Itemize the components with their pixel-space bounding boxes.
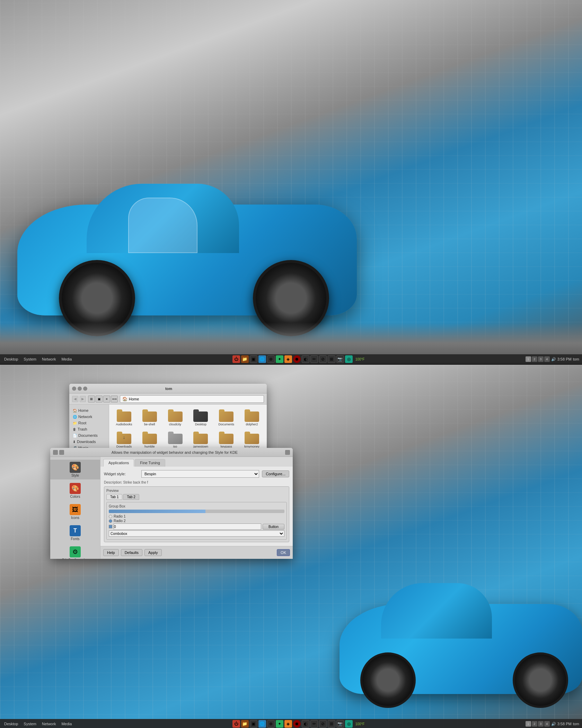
- taskbar-icon-app7-bottom[interactable]: ⊞: [328, 720, 335, 728]
- menu-desktop-top[interactable]: Desktop: [1, 357, 21, 361]
- taskbar-icon-camera[interactable]: 📷: [336, 355, 344, 363]
- fm-sidebar-root[interactable]: 📁 Root: [69, 420, 109, 426]
- taskbar-icon-app5[interactable]: ✏: [310, 355, 318, 363]
- taskbar-icon-app5-bottom[interactable]: ✏: [310, 720, 318, 728]
- kde-help-btn[interactable]: Help: [103, 549, 119, 556]
- folder-be-shell[interactable]: be-shell: [138, 408, 161, 427]
- kde-sidebar-icons[interactable]: 🖼 Icons: [50, 502, 100, 522]
- taskbar-icon-app3-bottom[interactable]: ◈: [284, 720, 292, 728]
- ws-3-top[interactable]: 3: [538, 356, 544, 362]
- fm-sidebar-home[interactable]: 🏠 Home: [69, 407, 109, 414]
- kde-sidebar-gtk[interactable]: ⚙ Gtk Configuration: [50, 544, 100, 559]
- kde-help-btn[interactable]: [285, 450, 290, 455]
- kde-max-btn[interactable]: [59, 450, 64, 455]
- menu-media-bottom[interactable]: Media: [59, 722, 74, 726]
- folder-documents[interactable]: Documents: [215, 408, 238, 427]
- fm-column-btn[interactable]: ⟺: [111, 396, 118, 402]
- kde-close-btn[interactable]: [53, 450, 58, 455]
- fm-back-btn[interactable]: ◀: [72, 396, 78, 402]
- taskbar-icon-app1-bottom[interactable]: ⊕: [267, 720, 275, 728]
- taskbar-icon-power-bottom[interactable]: ⏻: [232, 720, 240, 728]
- style-preview: Preview Tab 1 Tab 2 Group Box: [104, 486, 289, 542]
- taskbar-icon-app4-bottom[interactable]: ◐: [302, 720, 309, 728]
- preview-tab1[interactable]: Tab 1: [106, 494, 122, 500]
- sys-icons-bottom: 🔊: [551, 722, 556, 726]
- menu-network-bottom[interactable]: Network: [39, 722, 59, 726]
- configure-btn[interactable]: Configure...: [262, 470, 289, 477]
- ws-2-bottom[interactable]: 2: [532, 721, 537, 727]
- menu-system-bottom[interactable]: System: [21, 722, 39, 726]
- taskbar-icon-app1[interactable]: ⊕: [267, 355, 275, 363]
- root-icon: 📁: [73, 421, 77, 425]
- fm-forward-btn[interactable]: ▶: [80, 396, 86, 402]
- trash-icon: 🗑: [73, 427, 76, 431]
- fm-max-btn[interactable]: [83, 387, 87, 391]
- menu-desktop-bottom[interactable]: Desktop: [1, 722, 21, 726]
- fm-sidebar-documents[interactable]: 📄 Documents: [69, 432, 109, 439]
- taskbar-icon-app3[interactable]: ◈: [284, 355, 292, 363]
- taskbar-icon-app7[interactable]: ⊞: [328, 355, 335, 363]
- fm-close-btn[interactable]: [72, 387, 76, 391]
- fm-address-bar[interactable]: 🏠 Home: [120, 395, 264, 403]
- taskbar-icon-power[interactable]: ⏻: [232, 355, 240, 363]
- fm-detail-btn[interactable]: ≡: [103, 396, 110, 402]
- menu-network-top[interactable]: Network: [39, 357, 59, 361]
- preview-checkbox[interactable]: [109, 525, 112, 528]
- taskbar-icon-record[interactable]: ⏺: [293, 355, 301, 363]
- taskbar-icon-term[interactable]: ▣: [250, 355, 257, 363]
- folder-audiobooks[interactable]: Audiobooks: [113, 408, 135, 427]
- folder-desktop[interactable]: Desktop: [189, 408, 212, 427]
- preview-radio1[interactable]: Radio 1: [109, 514, 284, 518]
- taskbar-icon-files-bottom[interactable]: 📁: [241, 720, 249, 728]
- ws-4-bottom[interactable]: 4: [544, 721, 550, 727]
- kde-defaults-btn[interactable]: Defaults: [121, 549, 142, 556]
- taskbar-icon-app8[interactable]: ◎: [345, 355, 353, 363]
- menu-media-top[interactable]: Media: [59, 357, 74, 361]
- kde-apply-btn[interactable]: Apply: [144, 549, 162, 556]
- preview-button[interactable]: Button: [263, 524, 284, 530]
- kde-sidebar-fonts[interactable]: T Fonts: [50, 523, 100, 543]
- folder-cloudcity[interactable]: cloudcity: [164, 408, 187, 427]
- fm-sidebar-trash[interactable]: 🗑 Trash: [69, 426, 109, 432]
- fm-icon-view-btn[interactable]: ⊞: [88, 396, 95, 402]
- taskbar-icon-app6-bottom[interactable]: ⊘: [319, 720, 327, 728]
- ws-2-top[interactable]: 2: [532, 356, 537, 362]
- kde-tab-fine-tuning[interactable]: Fine Tuning: [135, 459, 165, 467]
- taskbar-icon-camera-bottom[interactable]: 📷: [336, 720, 344, 728]
- taskbar-icon-web[interactable]: 🌐: [258, 355, 266, 363]
- taskbar-icon-term-bottom[interactable]: ▣: [250, 720, 257, 728]
- folder-dolpher2[interactable]: dolpher2: [240, 408, 263, 427]
- progress-fill: [109, 510, 205, 513]
- taskbar-icon-record-bottom[interactable]: ⏺: [293, 720, 301, 728]
- fm-sidebar-network[interactable]: 🌐 Network: [69, 414, 109, 420]
- taskbar-icon-app8-bottom[interactable]: ◎: [345, 720, 353, 728]
- taskbar-icon-app2[interactable]: ✦: [276, 355, 283, 363]
- preview-spinbox[interactable]: [114, 523, 261, 530]
- widget-style-select[interactable]: Bespin: [141, 470, 259, 478]
- taskbar-icon-files[interactable]: 📁: [241, 355, 249, 363]
- ws-4-top[interactable]: 4: [544, 356, 550, 362]
- ws-1-top[interactable]: 1: [526, 356, 531, 362]
- style-description: Description: Strike back the f: [104, 480, 289, 484]
- fm-compact-btn[interactable]: ▣: [96, 396, 103, 402]
- ws-1-bottom[interactable]: 1: [526, 721, 531, 727]
- kde-tab-applications[interactable]: Applications: [103, 459, 134, 467]
- taskbar-icon-app2-bottom[interactable]: ✦: [276, 720, 283, 728]
- taskbar-icon-app6[interactable]: ⊘: [319, 355, 327, 363]
- fm-sidebar-downloads[interactable]: ⬇ Downloads: [69, 439, 109, 445]
- time-bottom: 3:58 PM: [557, 722, 572, 726]
- menu-system-top[interactable]: System: [21, 357, 39, 361]
- taskbar-icon-web-bottom[interactable]: 🌐: [258, 720, 266, 728]
- kde-colors-label: Colors: [70, 495, 80, 499]
- fm-min-btn[interactable]: [78, 387, 82, 391]
- kde-sidebar-style[interactable]: 🎨 Style: [50, 460, 100, 479]
- sys-icons-top: 🔊: [551, 357, 556, 362]
- kde-ok-btn[interactable]: OK: [277, 549, 290, 556]
- preview-tab2[interactable]: Tab 2: [123, 494, 139, 500]
- preview-combobox[interactable]: Combobox: [109, 530, 284, 537]
- preview-radio2[interactable]: Radio 2: [109, 519, 284, 523]
- ws-3-bottom[interactable]: 3: [538, 721, 544, 727]
- kde-sidebar-colors[interactable]: 🎨 Colors: [50, 481, 100, 501]
- taskbar-icons-top: ⏻ 📁 ▣ 🌐 ⊕ ✦ ◈ ⏺ ◐ ✏ ⊘ ⊞ 📷 ◎ 100°F: [76, 355, 522, 363]
- taskbar-icon-app4[interactable]: ◐: [302, 355, 309, 363]
